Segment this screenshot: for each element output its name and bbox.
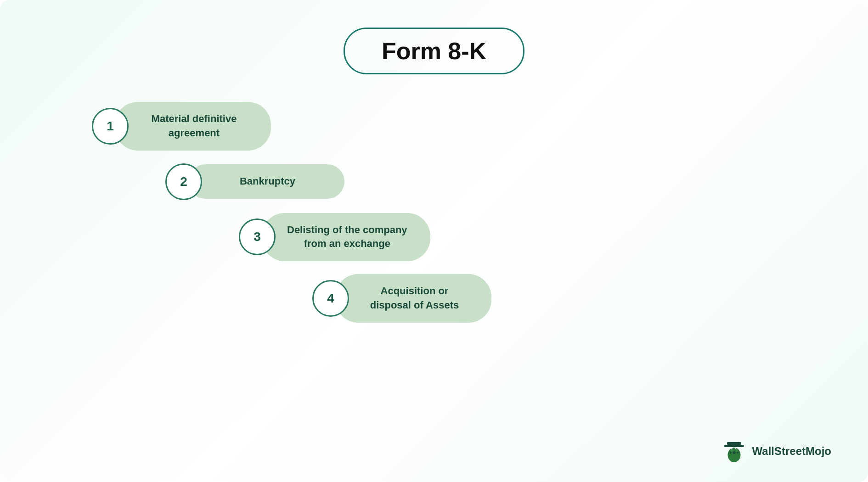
svg-point-8: [732, 448, 733, 449]
step-label-1: Material definitiveagreement: [140, 112, 248, 140]
step-pill-2: Bankruptcy: [188, 164, 344, 199]
brand-name: WallStreetMojo: [752, 445, 831, 458]
main-container: Form 8-K 1 Material definitiveagreement …: [0, 0, 868, 482]
page-title: Form 8-K: [382, 38, 486, 64]
step-row-1: 1 Material definitiveagreement: [92, 102, 271, 151]
svg-rect-0: [727, 442, 741, 445]
branding: WallStreetMojo: [721, 438, 831, 464]
step-circle-3: 3: [239, 219, 276, 255]
step-pill-3: Delisting of the companyfrom an exchange: [262, 213, 430, 262]
step-pill-4: Acquisition ordisposal of Assets: [335, 274, 491, 323]
step-label-3: Delisting of the companyfrom an exchange: [287, 223, 407, 252]
steps-container: 1 Material definitiveagreement 2 Bankrup…: [37, 102, 831, 323]
svg-point-5: [733, 451, 735, 454]
svg-point-2: [727, 448, 740, 462]
title-box: Form 8-K: [344, 28, 524, 74]
step-label-2: Bankruptcy: [214, 174, 321, 189]
brand-logo-icon: [721, 438, 747, 464]
svg-point-9: [736, 448, 737, 449]
step-pill-1: Material definitiveagreement: [115, 102, 271, 151]
step-row-3: 3 Delisting of the companyfrom an exchan…: [239, 213, 430, 262]
svg-rect-1: [724, 445, 744, 447]
step-circle-4: 4: [312, 280, 349, 317]
step-label-4: Acquisition ordisposal of Assets: [361, 284, 468, 313]
step-row-2: 2 Bankruptcy: [165, 163, 344, 200]
step-row-4: 4 Acquisition ordisposal of Assets: [312, 274, 491, 323]
step-circle-2: 2: [165, 163, 202, 200]
step-circle-1: 1: [92, 108, 129, 145]
